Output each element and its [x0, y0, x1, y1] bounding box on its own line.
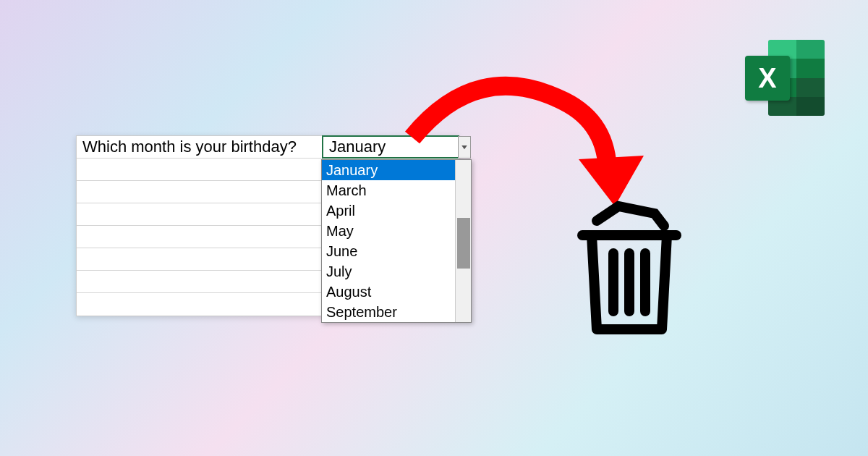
scrollbar-thumb[interactable] [457, 218, 470, 269]
dropdown-item[interactable]: June [322, 241, 455, 261]
excel-logo-letter: X [758, 63, 776, 94]
dropdown-item[interactable]: May [322, 221, 455, 241]
selected-value: January [329, 138, 386, 156]
dropdown-item[interactable]: September [322, 302, 455, 322]
dropdown-item[interactable]: August [322, 282, 455, 302]
dropdown-item[interactable]: July [322, 261, 455, 282]
trash-icon [571, 195, 687, 340]
question-cell[interactable]: Which month is your birthday? [77, 136, 323, 158]
excel-logo-icon: X [745, 40, 825, 116]
